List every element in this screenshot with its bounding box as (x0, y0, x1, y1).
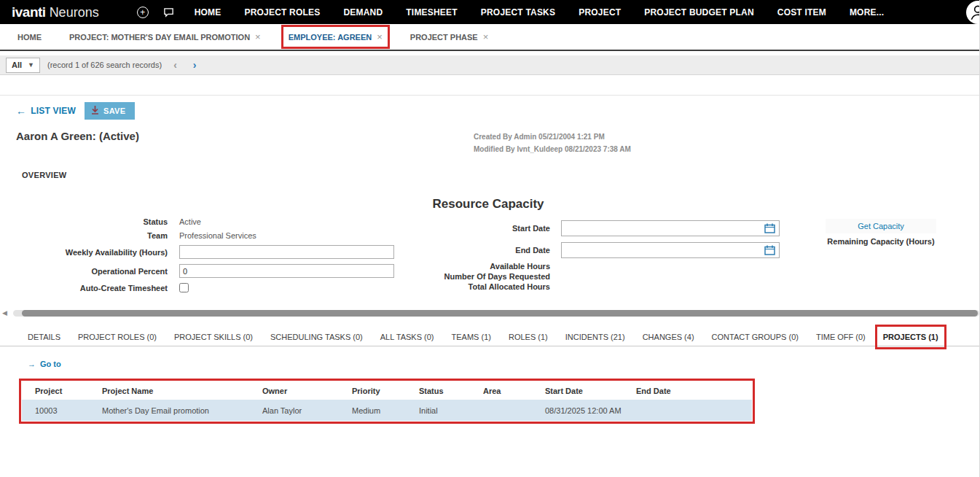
start-date-input[interactable] (562, 221, 764, 236)
col-header-owner: Owner (262, 387, 352, 395)
tab-projects[interactable]: PROJECTS (1) (883, 333, 938, 341)
record-pager: ‹ › (173, 59, 196, 71)
team-label: Team (0, 231, 168, 240)
status-row: Status Active (0, 217, 394, 226)
modified-by-text: Modified By Ivnt_Kuldeep 08/21/2023 7:38… (474, 144, 631, 156)
go-to-label: Go to (40, 360, 61, 368)
tab-time-off[interactable]: TIME OFF (0) (816, 333, 866, 341)
brand-ivanti: ivanti (12, 4, 46, 20)
menu-item-more[interactable]: MORE... (850, 7, 884, 18)
workspace-tab-project-phase[interactable]: PROJECT PHASE × (410, 32, 489, 42)
cell-status: Initial (419, 406, 483, 415)
menu-item-cost-item[interactable]: COST ITEM (777, 7, 826, 18)
start-date-calendar-icon[interactable] (764, 223, 779, 233)
employee-fields-column: Status Active Team Professional Services… (0, 217, 394, 292)
weekly-availability-row: Weekly Availability (Hours) (0, 245, 394, 259)
start-date-label: Start Date (396, 224, 550, 233)
projects-table-header: Project Project Name Owner Priority Stat… (22, 381, 752, 400)
tab-teams[interactable]: TEAMS (1) (452, 333, 491, 341)
list-view-button[interactable]: ← LIST VIEW (16, 105, 76, 117)
ivanti-neurons-logo[interactable]: ivanti Neurons (12, 4, 99, 20)
available-hours-label: Available Hours (396, 262, 550, 271)
cell-owner: Alan Taylor (262, 406, 352, 415)
record-count-text: (record 1 of 626 search records) (47, 61, 162, 69)
tab-contact-groups[interactable]: CONTACT GROUPS (0) (712, 333, 799, 341)
table-row[interactable]: 10003 Mother's Day Email promotion Alan … (22, 400, 752, 421)
tab-project-skills[interactable]: PROJECT SKILLS (0) (174, 333, 253, 341)
menu-item-home[interactable]: HOME (195, 7, 222, 18)
end-date-row: End Date (396, 239, 780, 261)
cell-project-name: Mother's Day Email promotion (102, 406, 262, 415)
main-menu: HOME PROJECT ROLES DEMAND TIMESHEET PROJ… (195, 7, 885, 18)
days-requested-label: Number Of Days Requested (396, 272, 550, 281)
col-header-priority: Priority (352, 387, 419, 395)
back-arrow-icon: ← (16, 105, 26, 117)
tab-scheduling-tasks[interactable]: SCHEDULING TASKS (0) (270, 333, 363, 341)
menu-item-project[interactable]: PROJECT (579, 7, 621, 18)
message-icon[interactable] (163, 7, 174, 18)
end-date-input[interactable] (562, 243, 764, 257)
created-by-text: Created By Admin 05/21/2004 1:21 PM (474, 131, 631, 144)
workspace-tab-label: PROJECT PHASE (410, 33, 478, 42)
end-date-field (561, 242, 780, 258)
close-icon[interactable]: × (377, 32, 383, 42)
auto-create-timesheet-checkbox[interactable] (179, 283, 189, 292)
col-header-status: Status (419, 387, 483, 395)
close-icon[interactable]: × (255, 32, 261, 42)
user-avatar-icon[interactable] (966, 1, 980, 24)
add-icon[interactable]: + (137, 7, 149, 18)
record-header: Aaron A Green: (Active) Created By Admin… (0, 130, 979, 159)
cell-start-date: 08/31/2025 12:00 AM (545, 406, 636, 415)
projects-table: Project Project Name Owner Priority Stat… (22, 381, 752, 421)
go-to-link[interactable]: → Go to (28, 360, 61, 368)
available-hours-row: Available Hours (396, 261, 780, 271)
operational-percent-label: Operational Percent (0, 267, 168, 276)
workspace-tab-project-mothers-day[interactable]: PROJECT: MOTHER'S DAY EMAIL PROMOTION × (69, 32, 261, 42)
weekly-availability-input[interactable] (179, 245, 394, 259)
remaining-capacity-label: Remaining Capacity (Hours) (826, 237, 936, 246)
col-header-project-name: Project Name (102, 387, 262, 395)
col-header-start-date: Start Date (545, 387, 636, 395)
workspace-tab-home[interactable]: HOME (17, 33, 42, 42)
record-filter-select[interactable]: All ▼ (6, 58, 40, 73)
overview-section-label: OVERVIEW (22, 171, 979, 179)
menu-item-project-tasks[interactable]: PROJECT TASKS (481, 7, 555, 18)
tab-incidents[interactable]: INCIDENTS (21) (565, 333, 625, 341)
col-header-area: Area (483, 387, 545, 395)
workspace-tab-label: EMPLOYEE: AGREEN (289, 33, 372, 42)
start-date-field (561, 220, 780, 236)
tab-project-roles[interactable]: PROJECT ROLES (0) (78, 333, 157, 341)
tab-roles[interactable]: ROLES (1) (509, 333, 548, 341)
next-record-icon[interactable]: › (193, 59, 197, 71)
get-capacity-button[interactable]: Get Capacity (826, 219, 936, 233)
list-view-label: LIST VIEW (31, 106, 76, 116)
end-date-calendar-icon[interactable] (764, 245, 779, 255)
operational-percent-input[interactable] (179, 264, 394, 278)
menu-item-project-budget-plan[interactable]: PROJECT BUDGET PLAN (644, 7, 753, 18)
save-button[interactable]: SAVE (85, 102, 135, 120)
scroll-left-icon[interactable]: ◀ (2, 309, 7, 317)
tab-changes[interactable]: CHANGES (4) (643, 333, 694, 341)
tab-details[interactable]: DETAILS (28, 333, 60, 341)
cell-project: 10003 (35, 406, 102, 415)
tab-all-tasks[interactable]: ALL TASKS (0) (380, 333, 434, 341)
workspace-tab-label: HOME (17, 33, 42, 42)
workspace-tab-employee-agreen[interactable]: EMPLOYEE: AGREEN × (289, 32, 383, 42)
capacity-actions-column: Get Capacity Remaining Capacity (Hours) (826, 219, 936, 246)
previous-record-icon[interactable]: ‹ (173, 59, 177, 71)
team-row: Team Professional Services (0, 231, 394, 240)
operational-percent-row: Operational Percent (0, 264, 394, 278)
menu-item-project-roles[interactable]: PROJECT ROLES (244, 7, 320, 18)
go-to-arrow-icon: → (28, 360, 36, 368)
save-label: SAVE (103, 106, 125, 115)
resource-capacity-heading: Resource Capacity (364, 197, 612, 212)
save-download-icon (91, 106, 99, 116)
menu-item-timesheet[interactable]: TIMESHEET (406, 7, 457, 18)
close-icon[interactable]: × (483, 32, 489, 42)
resource-capacity-form: Resource Capacity Status Active Team Pro… (0, 193, 979, 308)
start-date-row: Start Date (396, 217, 780, 239)
record-filter-value: All (12, 61, 22, 69)
auto-create-timesheet-label: Auto-Create Timesheet (0, 284, 168, 292)
scrollbar-thumb[interactable] (22, 310, 978, 317)
menu-item-demand[interactable]: DEMAND (343, 7, 383, 18)
